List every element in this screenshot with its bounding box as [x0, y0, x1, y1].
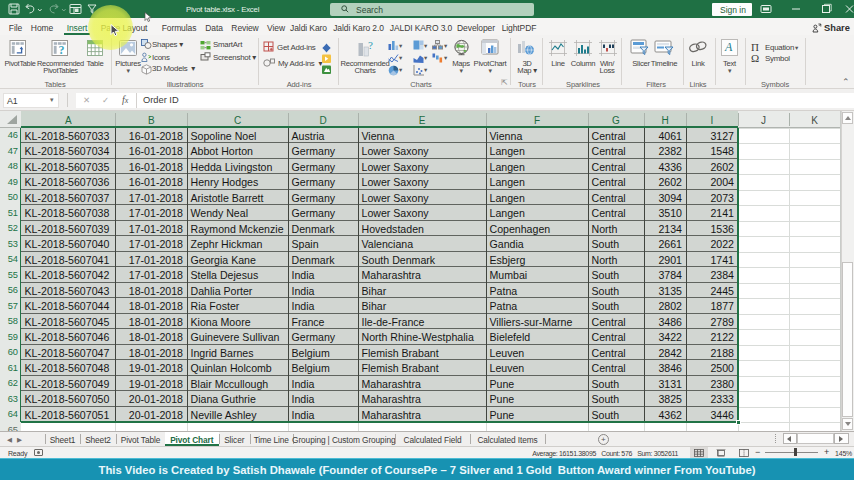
svg-text:?: ?: [59, 43, 65, 57]
svg-text:?: ?: [368, 40, 373, 51]
